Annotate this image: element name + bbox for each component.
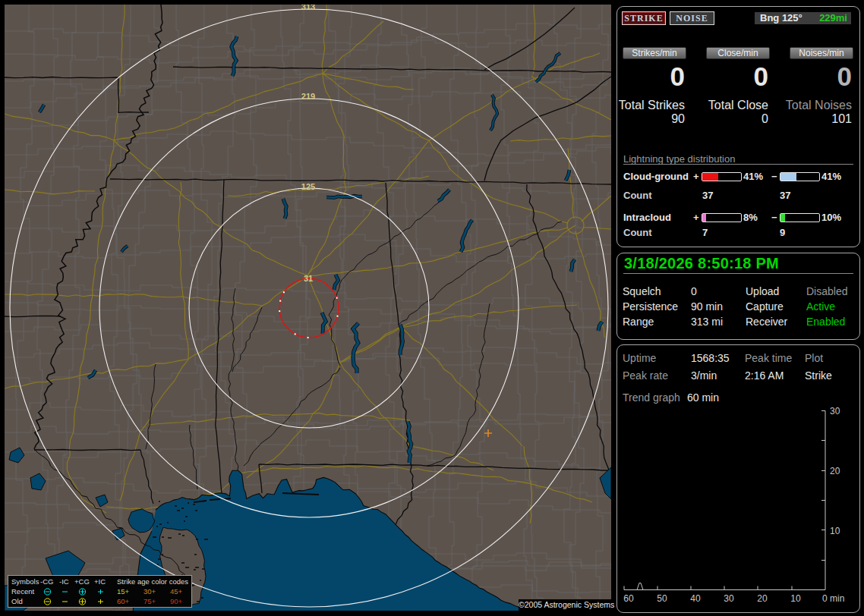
svg-text:20: 20: [830, 466, 840, 476]
svg-text:125: 125: [301, 182, 315, 191]
svg-text:313: 313: [301, 5, 315, 11]
svg-text:60: 60: [623, 593, 634, 604]
svg-text:50: 50: [657, 593, 667, 604]
svg-text:0 min: 0 min: [822, 593, 844, 604]
svg-text:30: 30: [830, 406, 840, 416]
svg-text:30: 30: [724, 593, 734, 604]
svg-text:20: 20: [757, 593, 768, 604]
svg-text:31: 31: [304, 274, 313, 283]
svg-text:40: 40: [690, 593, 701, 604]
svg-text:10: 10: [790, 593, 801, 604]
svg-text:10: 10: [830, 526, 840, 536]
svg-text:219: 219: [301, 92, 315, 101]
